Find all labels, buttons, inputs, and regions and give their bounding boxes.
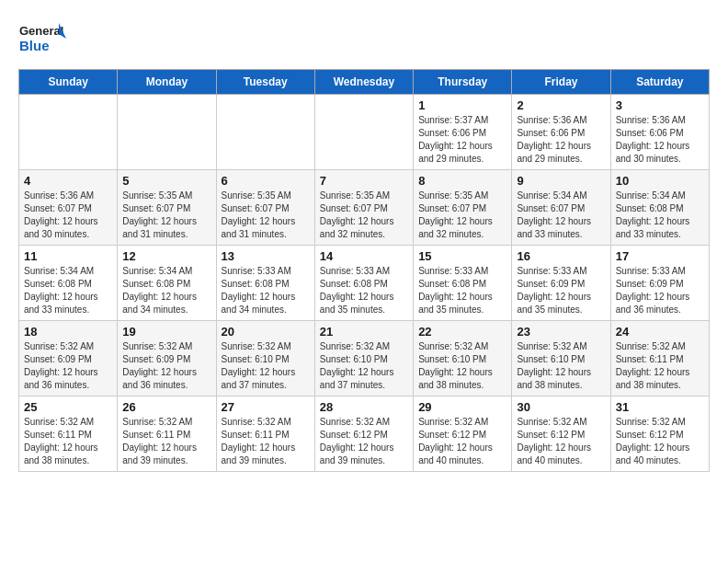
day-number: 8 [418,174,506,188]
day-number: 26 [122,400,210,414]
day-info: Sunrise: 5:35 AMSunset: 6:07 PMDaylight:… [320,190,408,241]
day-number: 22 [418,325,506,339]
calendar-cell: 13Sunrise: 5:33 AMSunset: 6:08 PMDayligh… [216,246,314,321]
day-info: Sunrise: 5:32 AMSunset: 6:09 PMDaylight:… [24,340,112,392]
calendar-cell: 25Sunrise: 5:32 AMSunset: 6:11 PMDayligh… [19,396,118,472]
day-number: 13 [222,249,310,263]
day-number: 27 [222,400,310,414]
calendar-cell: 6Sunrise: 5:35 AMSunset: 6:07 PMDaylight… [216,170,314,246]
header-monday: Monday [118,70,216,95]
calendar-cell: 7Sunrise: 5:35 AMSunset: 6:07 PMDaylight… [314,170,413,246]
day-info: Sunrise: 5:32 AMSunset: 6:10 PMDaylight:… [418,340,506,392]
day-info: Sunrise: 5:36 AMSunset: 6:06 PMDaylight:… [517,114,605,166]
day-number: 9 [517,174,605,188]
calendar-cell: 4Sunrise: 5:36 AMSunset: 6:07 PMDaylight… [19,170,118,246]
calendar-table: SundayMondayTuesdayWednesdayThursdayFrid… [18,69,710,472]
day-number: 30 [517,400,605,414]
calendar-cell: 24Sunrise: 5:32 AMSunset: 6:11 PMDayligh… [610,321,709,396]
header-saturday: Saturday [610,70,709,95]
day-info: Sunrise: 5:33 AMSunset: 6:08 PMDaylight:… [222,265,310,316]
day-number: 20 [222,325,310,339]
day-number: 1 [418,98,506,112]
calendar-cell: 5Sunrise: 5:35 AMSunset: 6:07 PMDaylight… [118,170,216,246]
calendar-cell: 27Sunrise: 5:32 AMSunset: 6:11 PMDayligh… [216,396,314,472]
day-number: 29 [418,400,506,414]
week-row-2: 4Sunrise: 5:36 AMSunset: 6:07 PMDaylight… [19,170,710,246]
calendar-cell: 28Sunrise: 5:32 AMSunset: 6:12 PMDayligh… [314,396,413,472]
day-info: Sunrise: 5:32 AMSunset: 6:11 PMDaylight:… [222,416,310,467]
calendar-cell: 8Sunrise: 5:35 AMSunset: 6:07 PMDaylight… [414,170,512,246]
calendar-cell: 30Sunrise: 5:32 AMSunset: 6:12 PMDayligh… [512,396,610,472]
day-number: 21 [320,325,408,339]
calendar-cell: 14Sunrise: 5:33 AMSunset: 6:08 PMDayligh… [314,246,413,321]
calendar-cell: 17Sunrise: 5:33 AMSunset: 6:09 PMDayligh… [610,246,709,321]
day-number: 12 [122,249,210,263]
day-info: Sunrise: 5:34 AMSunset: 6:08 PMDaylight:… [24,265,112,316]
calendar-cell: 21Sunrise: 5:32 AMSunset: 6:10 PMDayligh… [314,321,413,396]
calendar-cell: 11Sunrise: 5:34 AMSunset: 6:08 PMDayligh… [19,246,118,321]
calendar-cell [19,95,118,170]
day-info: Sunrise: 5:35 AMSunset: 6:07 PMDaylight:… [122,190,210,241]
logo-svg: General Blue [18,18,69,60]
day-info: Sunrise: 5:32 AMSunset: 6:10 PMDaylight:… [320,340,408,392]
day-info: Sunrise: 5:36 AMSunset: 6:07 PMDaylight:… [24,190,112,241]
day-info: Sunrise: 5:32 AMSunset: 6:11 PMDaylight:… [122,416,210,467]
day-number: 3 [616,98,704,112]
day-info: Sunrise: 5:34 AMSunset: 6:08 PMDaylight:… [616,190,704,241]
header-wednesday: Wednesday [314,70,413,95]
calendar-cell: 16Sunrise: 5:33 AMSunset: 6:09 PMDayligh… [512,246,610,321]
calendar-cell [314,95,413,170]
day-info: Sunrise: 5:34 AMSunset: 6:07 PMDaylight:… [517,190,605,241]
day-info: Sunrise: 5:32 AMSunset: 6:12 PMDaylight:… [616,416,704,467]
day-number: 15 [418,249,506,263]
day-info: Sunrise: 5:32 AMSunset: 6:12 PMDaylight:… [517,416,605,467]
day-number: 18 [24,325,112,339]
day-number: 31 [616,400,704,414]
day-info: Sunrise: 5:32 AMSunset: 6:11 PMDaylight:… [24,416,112,467]
day-number: 16 [517,249,605,263]
header-thursday: Thursday [414,70,512,95]
day-info: Sunrise: 5:32 AMSunset: 6:12 PMDaylight:… [320,416,408,467]
day-info: Sunrise: 5:32 AMSunset: 6:12 PMDaylight:… [418,416,506,467]
calendar-cell: 31Sunrise: 5:32 AMSunset: 6:12 PMDayligh… [610,396,709,472]
day-number: 6 [222,174,310,188]
day-info: Sunrise: 5:33 AMSunset: 6:08 PMDaylight:… [418,265,506,316]
day-number: 14 [320,249,408,263]
day-number: 4 [24,174,112,188]
svg-text:General: General [19,24,63,38]
header-tuesday: Tuesday [216,70,314,95]
day-info: Sunrise: 5:35 AMSunset: 6:07 PMDaylight:… [222,190,310,241]
day-info: Sunrise: 5:33 AMSunset: 6:09 PMDaylight:… [616,265,704,316]
week-row-5: 25Sunrise: 5:32 AMSunset: 6:11 PMDayligh… [19,396,710,472]
day-info: Sunrise: 5:34 AMSunset: 6:08 PMDaylight:… [122,265,210,316]
week-row-4: 18Sunrise: 5:32 AMSunset: 6:09 PMDayligh… [19,321,710,396]
calendar-cell: 29Sunrise: 5:32 AMSunset: 6:12 PMDayligh… [414,396,512,472]
day-number: 10 [616,174,704,188]
logo: General Blue [18,18,69,60]
day-number: 28 [320,400,408,414]
calendar-header: SundayMondayTuesdayWednesdayThursdayFrid… [19,70,710,95]
calendar-cell: 9Sunrise: 5:34 AMSunset: 6:07 PMDaylight… [512,170,610,246]
svg-text:Blue: Blue [19,38,50,53]
header-row: SundayMondayTuesdayWednesdayThursdayFrid… [19,70,710,95]
day-info: Sunrise: 5:33 AMSunset: 6:09 PMDaylight:… [517,265,605,316]
day-info: Sunrise: 5:32 AMSunset: 6:11 PMDaylight:… [616,340,704,392]
day-number: 17 [616,249,704,263]
day-number: 5 [122,174,210,188]
calendar-cell: 15Sunrise: 5:33 AMSunset: 6:08 PMDayligh… [414,246,512,321]
week-row-1: 1Sunrise: 5:37 AMSunset: 6:06 PMDaylight… [19,95,710,170]
day-info: Sunrise: 5:35 AMSunset: 6:07 PMDaylight:… [418,190,506,241]
calendar-cell: 2Sunrise: 5:36 AMSunset: 6:06 PMDaylight… [512,95,610,170]
header-sunday: Sunday [19,70,118,95]
day-number: 11 [24,249,112,263]
calendar-cell [118,95,216,170]
day-info: Sunrise: 5:37 AMSunset: 6:06 PMDaylight:… [418,114,506,166]
calendar-body: 1Sunrise: 5:37 AMSunset: 6:06 PMDaylight… [19,95,710,472]
calendar-cell: 22Sunrise: 5:32 AMSunset: 6:10 PMDayligh… [414,321,512,396]
calendar-cell: 12Sunrise: 5:34 AMSunset: 6:08 PMDayligh… [118,246,216,321]
calendar-cell: 10Sunrise: 5:34 AMSunset: 6:08 PMDayligh… [610,170,709,246]
day-number: 2 [517,98,605,112]
day-info: Sunrise: 5:32 AMSunset: 6:10 PMDaylight:… [517,340,605,392]
page-header: General Blue [18,18,710,60]
calendar-cell: 26Sunrise: 5:32 AMSunset: 6:11 PMDayligh… [118,396,216,472]
